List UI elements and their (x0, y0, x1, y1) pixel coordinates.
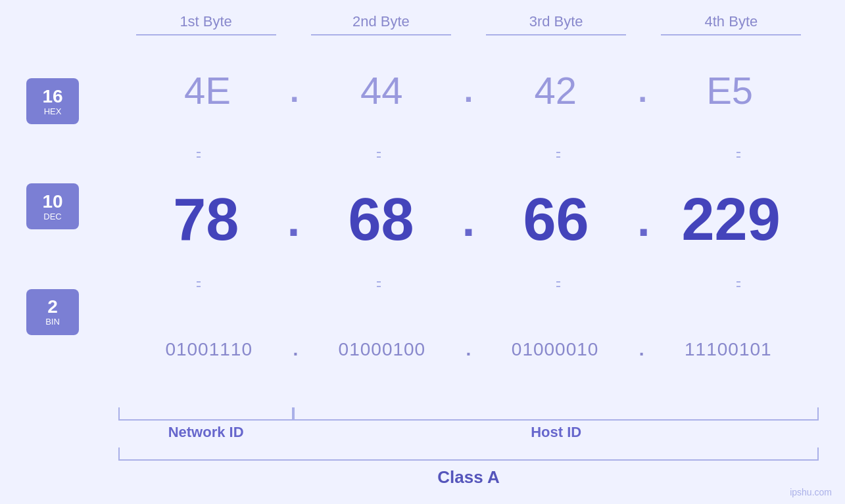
bin-badge: 2 BIN (26, 289, 79, 335)
eq1-byte4 (658, 149, 819, 161)
dec-label: DEC (43, 212, 61, 221)
dec-byte3-cell: 66 (468, 186, 644, 254)
eq2-byte2 (299, 279, 459, 290)
byte-headers: 1st Byte 2nd Byte 3rd Byte 4th Byte (26, 13, 819, 35)
eq-sign-5 (197, 279, 201, 290)
class-label: Class A (118, 464, 819, 491)
eq2-byte4 (658, 279, 819, 290)
watermark: ipshu.com (790, 487, 832, 497)
main-container: 1st Byte 2nd Byte 3rd Byte 4th Byte 16 H… (0, 0, 845, 504)
hex-byte4-cell: E5 (640, 68, 819, 112)
eq-sign-7 (556, 279, 560, 290)
hex-number: 16 (42, 87, 62, 106)
eq1-byte3 (479, 149, 639, 161)
content-area: 16 HEX 10 DEC 2 BIN 4E . 44 (26, 35, 819, 404)
labels-column: 16 HEX 10 DEC 2 BIN (26, 35, 118, 404)
hex-byte1-value: 4E (184, 68, 231, 112)
host-id-bracket (293, 407, 819, 421)
hex-byte3-cell: 42 (466, 68, 644, 112)
hex-row: 4E . 44 . 42 . E5 (118, 35, 819, 145)
eq-sign-6 (377, 279, 381, 290)
equals-row-1 (118, 145, 819, 165)
network-id-label: Network ID (118, 424, 293, 441)
hex-label: HEX (44, 107, 62, 116)
bin-number: 2 (47, 298, 58, 316)
eq1-byte2 (299, 149, 459, 161)
eq2-byte3 (479, 279, 639, 290)
bin-byte2-cell: 01000100 (291, 339, 472, 360)
byte2-header: 2nd Byte (293, 13, 468, 35)
dec-badge: 10 DEC (26, 183, 79, 229)
bin-byte3-value: 01000010 (512, 339, 599, 360)
dec-byte2-value: 68 (348, 186, 414, 254)
equals-row-2 (118, 275, 819, 294)
eq-sign-8 (736, 279, 740, 290)
dec-byte1-cell: 78 (118, 186, 294, 254)
byte1-header: 1st Byte (118, 13, 293, 35)
eq-sign-4 (736, 149, 740, 161)
id-labels-row: Network ID Host ID (118, 424, 819, 441)
class-bracket (118, 447, 819, 461)
host-id-label: Host ID (293, 424, 819, 441)
dec-byte1-value: 78 (173, 186, 239, 254)
dec-byte4-value: 229 (682, 186, 781, 254)
hex-badge: 16 HEX (26, 78, 79, 124)
bin-byte1-cell: 01001110 (118, 339, 299, 360)
dec-byte2-cell: 68 (293, 186, 469, 254)
bin-row: 01001110 . 01000100 . 01000010 . 1110010… (118, 294, 819, 404)
eq-sign-1 (197, 149, 201, 161)
hex-byte3-value: 42 (535, 68, 577, 112)
hex-byte4-value: E5 (706, 68, 753, 112)
dec-number: 10 (42, 193, 62, 211)
eq-sign-3 (556, 149, 560, 161)
bin-byte4-cell: 11100101 (638, 339, 819, 360)
dec-byte3-value: 66 (523, 186, 589, 254)
hex-byte2-value: 44 (360, 68, 403, 112)
eq2-byte1 (118, 279, 279, 290)
network-id-bracket (118, 407, 293, 421)
dec-byte4-cell: 229 (643, 186, 819, 254)
bracket-row (118, 407, 819, 421)
hex-byte1-cell: 4E (118, 68, 297, 112)
byte3-header: 3rd Byte (469, 13, 644, 35)
dec-row: 78 . 68 . 66 . 229 (118, 165, 819, 275)
bottom-section: Network ID Host ID (26, 407, 819, 441)
bin-byte3-cell: 01000010 (464, 339, 645, 360)
bin-byte4-value: 11100101 (685, 339, 772, 360)
hex-byte2-cell: 44 (293, 68, 471, 112)
byte4-header: 4th Byte (644, 13, 819, 35)
bin-byte1-value: 01001110 (165, 339, 253, 360)
eq1-byte1 (118, 149, 279, 161)
eq-sign-2 (377, 149, 381, 161)
class-row: Class A (26, 447, 819, 491)
bin-label: BIN (45, 317, 60, 326)
bin-byte2-value: 01000100 (339, 339, 426, 360)
data-columns: 4E . 44 . 42 . E5 (118, 35, 819, 404)
